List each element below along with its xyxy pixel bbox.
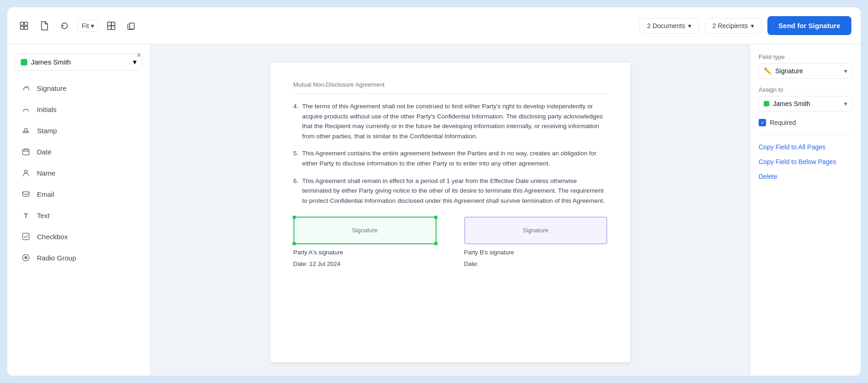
svg-rect-10: [24, 129, 27, 131]
main-content: × James Smith ▾ Signature: [7, 44, 861, 376]
assign-name: James Smith: [773, 100, 810, 107]
svg-rect-3: [24, 26, 28, 29]
signature-row: Signature Party A's signature Date: 12 J…: [293, 217, 607, 269]
sidebar-item-stamp[interactable]: Stamp: [15, 120, 143, 141]
sig-b-label: Signature: [523, 226, 549, 236]
party-b-date: Date:: [464, 259, 607, 269]
para-5-num: 5.: [293, 148, 299, 168]
stamp-icon: [20, 125, 31, 136]
right-panel: Field type ✏️ Signature ▾ Assign to Jame…: [750, 44, 861, 376]
svg-rect-1: [24, 22, 28, 25]
recipients-button[interactable]: 2 Recipients ▾: [705, 18, 762, 34]
svg-point-12: [24, 170, 27, 173]
sig-a-label: Signature: [352, 226, 378, 236]
svg-rect-2: [20, 26, 24, 29]
field-type-chevron-icon: ▾: [844, 67, 847, 75]
signature-field-b[interactable]: Signature: [464, 217, 607, 244]
party-a-label: Party A's signature: [293, 248, 437, 258]
recipients-chevron-icon: ▾: [751, 22, 754, 29]
sidebar-item-initials[interactable]: Initials: [15, 99, 143, 119]
required-label: Required: [770, 119, 796, 126]
para-4-num: 4.: [293, 101, 299, 141]
sidebar-item-radio[interactable]: Radio Group: [15, 247, 143, 268]
name-field-label: Name: [37, 169, 55, 177]
text-field-label: Text: [37, 212, 50, 219]
para-6-num: 6.: [293, 176, 299, 206]
resize-handle-tr[interactable]: [434, 216, 437, 219]
assign-to-select[interactable]: James Smith ▾: [759, 96, 852, 112]
copy-all-pages-link[interactable]: Copy Field to All Pages: [759, 143, 852, 151]
party-a-date: Date: 12 Jul 2024: [293, 259, 437, 269]
svg-rect-8: [130, 23, 134, 29]
copy-icon[interactable]: [124, 18, 139, 33]
user-selector[interactable]: James Smith ▾: [15, 53, 143, 71]
delete-link[interactable]: Delete: [759, 173, 852, 180]
send-for-signature-button[interactable]: Send for Signature: [767, 16, 851, 35]
checkbox-field-label: Checkbox: [37, 233, 68, 241]
paragraph-5: 5. This Agreement contains the entire ag…: [293, 148, 607, 168]
documents-button[interactable]: 2 Documents ▾: [639, 18, 699, 34]
field-type-label: Field type: [759, 53, 852, 60]
signature-field-label: Signature: [37, 84, 66, 92]
svg-rect-5: [111, 22, 115, 26]
select-tool-icon[interactable]: [17, 18, 31, 33]
signature-field-a[interactable]: Signature: [293, 217, 437, 244]
assign-to-label: Assign to: [759, 86, 852, 93]
svg-rect-13: [23, 192, 29, 196]
paragraph-6: 6. This Agreement shall remain in effect…: [293, 176, 607, 206]
user-color-dot: [21, 59, 27, 65]
stamp-field-label: Stamp: [37, 127, 57, 135]
sidebar-item-text[interactable]: T Text: [15, 205, 143, 225]
sidebar-item-signature[interactable]: Signature: [15, 78, 143, 98]
svg-rect-4: [108, 22, 111, 26]
date-field-label: Date: [37, 148, 52, 156]
checkbox-icon: [20, 231, 31, 242]
sidebar-item-email[interactable]: Email: [15, 184, 143, 204]
svg-rect-0: [20, 22, 24, 25]
field-type-pen-icon: ✏️: [764, 67, 772, 75]
svg-rect-14: [23, 233, 29, 240]
zoom-icon[interactable]: [104, 18, 119, 33]
email-field-label: Email: [37, 190, 54, 198]
svg-rect-7: [111, 26, 115, 29]
sidebar-fields: Signature Initials: [15, 78, 143, 268]
left-sidebar: × James Smith ▾ Signature: [7, 44, 150, 376]
party-b-label: Party B's signature: [464, 248, 607, 258]
close-sidebar-button[interactable]: ×: [133, 50, 144, 61]
sidebar-item-date[interactable]: Date: [15, 141, 143, 162]
svg-rect-6: [108, 26, 111, 29]
document-body: 4. The terms of this Agreement shall not…: [293, 101, 607, 269]
required-row: ✓ Required: [759, 119, 852, 126]
para-4-text: The terms of this Agreement shall not be…: [302, 101, 607, 141]
sidebar-item-name[interactable]: Name: [15, 163, 143, 183]
toolbar: Fit ▾ 2 Documents: [7, 7, 861, 44]
signature-col-b: Signature Party B's signature Date:: [464, 217, 607, 269]
field-type-value: Signature: [775, 67, 803, 75]
paragraph-4: 4. The terms of this Agreement shall not…: [293, 101, 607, 141]
required-checkbox[interactable]: ✓: [759, 119, 766, 126]
fit-dropdown[interactable]: Fit ▾: [78, 20, 98, 32]
document-title: Mutual Non-Disclosure Agreement: [293, 81, 607, 94]
initials-field-label: Initials: [37, 106, 57, 113]
radio-icon: [20, 252, 31, 263]
user-name-label: James Smith: [31, 58, 129, 66]
signature-icon: [20, 82, 31, 94]
toolbar-right: 2 Documents ▾ 2 Recipients ▾ Send for Si…: [639, 16, 851, 35]
resize-handle-bl[interactable]: [293, 242, 296, 245]
svg-rect-11: [23, 149, 29, 155]
fit-label: Fit: [82, 22, 89, 29]
assign-chevron-icon: ▾: [844, 100, 847, 107]
toolbar-left: Fit ▾: [17, 18, 139, 33]
para-6-text: This Agreement shall remain in effect fo…: [302, 176, 607, 206]
date-icon: [20, 146, 31, 157]
svg-point-16: [24, 256, 27, 259]
sidebar-item-checkbox[interactable]: Checkbox: [15, 226, 143, 247]
refresh-icon[interactable]: [57, 18, 72, 33]
field-type-select[interactable]: ✏️ Signature ▾: [759, 63, 852, 79]
initials-icon: [20, 104, 31, 115]
document-icon[interactable]: [37, 18, 52, 33]
name-icon: [20, 167, 31, 178]
signature-col-a: Signature Party A's signature Date: 12 J…: [293, 217, 437, 269]
copy-below-pages-link[interactable]: Copy Field to Below Pages: [759, 158, 852, 165]
assign-color-dot: [764, 101, 769, 106]
